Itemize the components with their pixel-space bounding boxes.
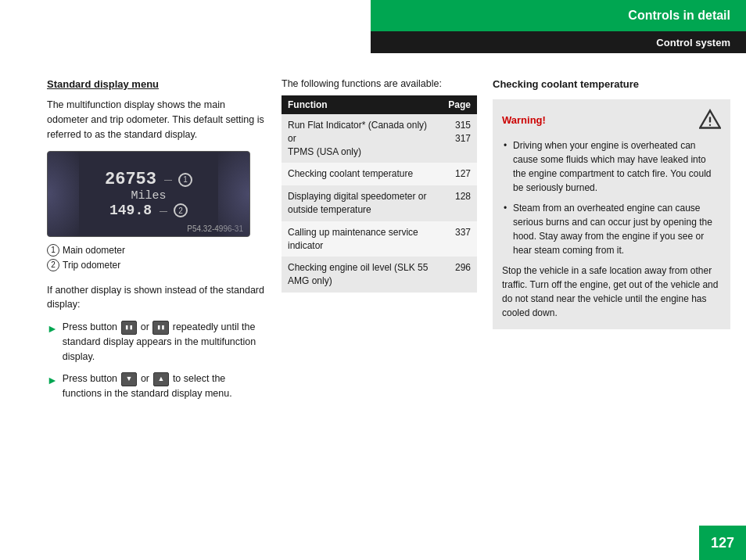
section-title: Standard display menu xyxy=(47,78,266,90)
header-bar: Controls in detail xyxy=(371,0,746,31)
bullet-item-1: ► Press button ▮▮ or ▮▮ Press button ■ o… xyxy=(47,320,266,364)
checking-title: Checking coolant temperature xyxy=(493,78,730,90)
left-column: Standard display menu The multifunction … xyxy=(0,63,282,560)
unit-row: Miles xyxy=(131,189,166,203)
table-row: Checking coolant temperature127 xyxy=(282,163,477,185)
legend-label-1: Main odometer xyxy=(63,243,125,258)
button-icon-1: ▮▮ xyxy=(121,321,138,335)
bullet-arrow-2: ► xyxy=(47,372,58,389)
intro-text: The multifunction display shows the main… xyxy=(47,98,266,142)
odo-unit: Miles xyxy=(131,189,166,203)
subheader-title: Control system xyxy=(656,37,730,48)
available-text: The following functions are available: xyxy=(282,78,477,89)
table-header-row: Function Page xyxy=(282,95,477,114)
page-number: 127 xyxy=(711,535,734,551)
warning-bullets: Driving when your engine is overheated c… xyxy=(502,138,721,257)
table-row: Displaying digital speedometer or outsid… xyxy=(282,185,477,221)
table-cell-function: Run Flat Indicator* (Canada only) or TPM… xyxy=(282,114,442,163)
bullet-item-2: ► Press button ▼ or ▲ to select the func… xyxy=(47,372,266,401)
middle-column: The following functions are available: F… xyxy=(282,63,485,560)
table-row: Run Flat Indicator* (Canada only) or TPM… xyxy=(282,114,477,163)
warning-box: Warning! Driving when your engine is ove… xyxy=(493,99,730,329)
table-cell-function: Checking coolant temperature xyxy=(282,163,442,185)
col-function: Function xyxy=(282,95,442,114)
image-ref: P54.32-4996-31 xyxy=(187,224,243,233)
legend-circle-2: 2 xyxy=(174,203,188,217)
main-content: Standard display menu The multifunction … xyxy=(0,63,746,560)
legend-item-2: 2 Trip odometer xyxy=(47,258,266,273)
warning-header: Warning! xyxy=(502,109,721,131)
subheader-bar: Control system xyxy=(371,31,746,53)
warning-bullet-item: Driving when your engine is overheated c… xyxy=(502,138,721,195)
warning-triangle-icon xyxy=(699,109,721,131)
table-cell-function: Calling up maintenance service indicator xyxy=(282,221,442,257)
warning-bullet-item: Steam from an overheated engine can caus… xyxy=(502,201,721,257)
bullet-text-1: Press button ▮▮ or ▮▮ Press button ■ or … xyxy=(63,320,266,364)
warning-footer: Stop the vehicle in a safe location away… xyxy=(502,264,721,320)
legend-item-1: 1 Main odometer xyxy=(47,243,266,258)
table-row: Checking engine oil level (SLK 55 AMG on… xyxy=(282,257,477,293)
odometer-display: 26753 — 1 Miles 149.8 — 2 P54.32-4996-31 xyxy=(47,151,250,237)
bullet-arrow-1: ► xyxy=(47,321,58,337)
warning-label: Warning! xyxy=(502,114,546,126)
table-cell-page: 128 xyxy=(442,185,477,221)
bullet-text-2: Press button ▼ or ▲ to select the functi… xyxy=(63,372,266,401)
main-odo-row: 26753 — 1 xyxy=(105,170,192,189)
trip-odometer-value: 149.8 xyxy=(109,203,152,218)
if-another-display-text: If another display is shown instead of t… xyxy=(47,283,266,313)
table-cell-page: 296 xyxy=(442,257,477,293)
col-page: Page xyxy=(442,95,477,114)
table-row: Calling up maintenance service indicator… xyxy=(282,221,477,257)
legend-num-2: 2 xyxy=(47,259,59,271)
page-badge: 127 xyxy=(699,526,746,560)
button-icon-down: ▼ xyxy=(121,372,138,386)
button-icon-up: ▲ xyxy=(153,372,170,386)
legend-num-1: 1 xyxy=(47,244,59,257)
header-title: Controls in detail xyxy=(628,9,730,23)
legend-label-2: Trip odometer xyxy=(63,258,120,273)
table-cell-function: Checking engine oil level (SLK 55 AMG on… xyxy=(282,257,442,293)
button-icon-2: ▮▮ xyxy=(152,321,169,335)
trip-odo-row: 149.8 — 2 xyxy=(109,203,188,218)
svg-point-1 xyxy=(709,124,711,126)
odometer-legend: 1 Main odometer 2 Trip odometer xyxy=(47,243,266,273)
table-cell-function: Displaying digital speedometer or outsid… xyxy=(282,185,442,221)
legend-circle-1: 1 xyxy=(178,173,192,187)
table-cell-page: 337 xyxy=(442,221,477,257)
main-odometer-value: 26753 xyxy=(105,170,156,189)
right-column: Checking coolant temperature Warning! Dr… xyxy=(485,63,746,560)
table-cell-page: 315 317 xyxy=(442,114,477,163)
table-cell-page: 127 xyxy=(442,163,477,185)
function-table: Function Page Run Flat Indicator* (Canad… xyxy=(282,95,477,293)
